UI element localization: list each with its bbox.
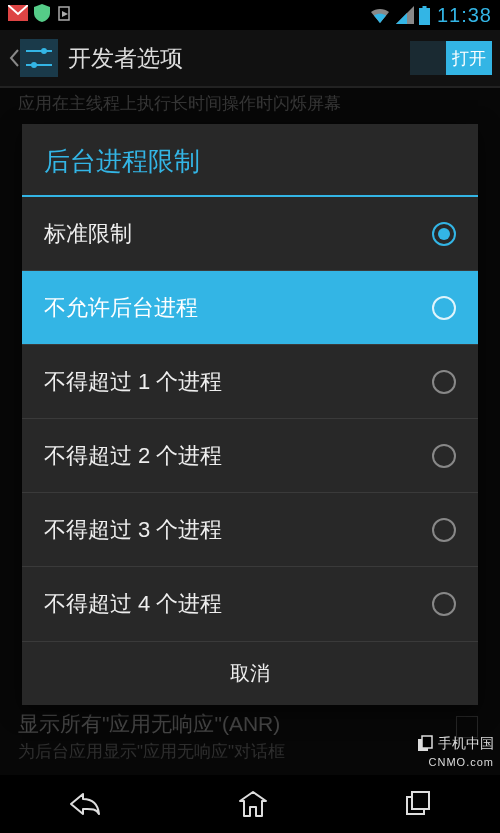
navigation-bar xyxy=(0,775,500,833)
developer-toggle[interactable]: 打开 xyxy=(410,41,492,75)
nav-back-button[interactable] xyxy=(68,790,102,818)
option-max-4[interactable]: 不得超过 4 个进程 xyxy=(22,567,478,641)
watermark-line1: 手机中国 xyxy=(438,735,494,751)
watermark-line2: CNMO.com xyxy=(429,756,494,768)
svg-rect-6 xyxy=(419,8,430,25)
status-clock: 11:38 xyxy=(437,4,492,27)
watermark-icon xyxy=(416,735,434,753)
status-left-icons xyxy=(8,4,72,27)
nav-recents-button[interactable] xyxy=(404,790,432,818)
cell-signal-icon xyxy=(396,6,414,24)
dialog-title: 后台进程限制 xyxy=(22,124,478,197)
dialog-cancel-button[interactable]: 取消 xyxy=(22,641,478,705)
svg-rect-5 xyxy=(422,6,426,8)
battery-icon xyxy=(419,6,430,25)
radio-icon xyxy=(432,370,456,394)
option-max-1[interactable]: 不得超过 1 个进程 xyxy=(22,345,478,419)
toggle-thumb: 打开 xyxy=(446,41,492,75)
play-store-icon xyxy=(56,4,72,27)
dialog-bg-process-limit: 后台进程限制 标准限制 不允许后台进程 不得超过 1 个进程 不得超过 2 个进… xyxy=(22,124,478,705)
option-no-bg-processes[interactable]: 不允许后台进程 xyxy=(22,271,478,345)
status-bar: 11:38 xyxy=(0,0,500,30)
svg-point-9 xyxy=(41,48,47,54)
option-max-3[interactable]: 不得超过 3 个进程 xyxy=(22,493,478,567)
svg-marker-2 xyxy=(62,11,68,17)
svg-rect-16 xyxy=(422,736,432,748)
developer-icon xyxy=(20,39,58,77)
option-label: 不得超过 4 个进程 xyxy=(44,589,222,619)
radio-icon xyxy=(432,518,456,542)
radio-icon xyxy=(432,592,456,616)
option-label: 不得超过 3 个进程 xyxy=(44,515,222,545)
shield-icon xyxy=(34,4,50,27)
watermark: 手机中国 CNMO.com xyxy=(416,735,494,769)
svg-marker-4 xyxy=(396,13,407,24)
option-label: 不得超过 2 个进程 xyxy=(44,441,222,471)
option-max-2[interactable]: 不得超过 2 个进程 xyxy=(22,419,478,493)
status-right-icons: 11:38 xyxy=(369,4,492,27)
svg-rect-7 xyxy=(20,39,58,77)
radio-icon xyxy=(432,444,456,468)
dialog-option-list: 标准限制 不允许后台进程 不得超过 1 个进程 不得超过 2 个进程 不得超过 … xyxy=(22,197,478,641)
wifi-icon xyxy=(369,6,391,24)
option-label: 不允许后台进程 xyxy=(44,293,198,323)
back-button[interactable] xyxy=(8,39,58,77)
app-bar: 开发者选项 打开 xyxy=(0,30,500,88)
gmail-icon xyxy=(8,5,28,26)
nav-home-button[interactable] xyxy=(238,789,268,819)
svg-marker-12 xyxy=(240,792,266,816)
radio-icon xyxy=(432,222,456,246)
svg-rect-14 xyxy=(412,792,429,809)
radio-icon xyxy=(432,296,456,320)
option-standard-limit[interactable]: 标准限制 xyxy=(22,197,478,271)
page-title: 开发者选项 xyxy=(68,43,410,74)
option-label: 标准限制 xyxy=(44,219,132,249)
option-label: 不得超过 1 个进程 xyxy=(44,367,222,397)
svg-point-11 xyxy=(31,62,37,68)
